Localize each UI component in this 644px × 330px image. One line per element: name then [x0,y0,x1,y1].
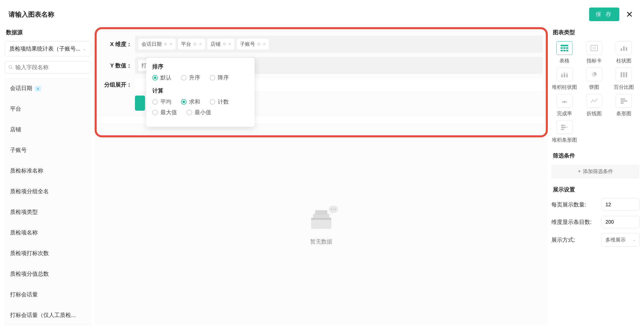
chevron-down-icon: ⌄ [632,237,636,242]
group-expand-label: 分组展开： [100,81,135,89]
svg-point-9 [335,209,336,210]
chart-type-percent[interactable]: 百分比图 [611,68,637,91]
field-item[interactable]: 质检项类型 [5,202,91,222]
svg-rect-37 [621,100,627,102]
sort-option-asc[interactable]: 升序 [181,74,200,81]
svg-rect-10 [561,45,568,46]
dimension-chip[interactable]: 平台⚙✕ [178,39,205,50]
datasource-select[interactable]: 质检项结果统计表（子账号... ⌄ [5,41,91,56]
chart-type-hbar[interactable]: 条形图 [611,94,637,117]
remove-chip-icon[interactable]: ✕ [263,42,266,47]
calc-option-min[interactable]: 最小值 [187,109,211,116]
dim-count-input[interactable] [602,216,639,228]
svg-rect-43 [561,129,563,130]
remove-chip-icon[interactable]: ✕ [199,42,202,47]
field-item[interactable]: 打标会话量（仅人工质检... [5,305,91,325]
svg-rect-23 [561,73,563,74]
svg-rect-40 [564,125,566,126]
pie-chart-icon [586,68,602,81]
field-search[interactable] [5,61,91,73]
chart-type-table[interactable]: 表格 [551,41,578,64]
chart-type-bar[interactable]: 柱状图 [611,41,637,64]
field-item[interactable]: 质检项名称 [5,222,91,243]
dimension-chip[interactable]: 会话日期⚙✕ [138,39,175,50]
calc-option-count[interactable]: 计数 [210,98,229,106]
gear-icon[interactable]: ⚙ [257,42,261,47]
display-settings-title: 展示设置 [551,186,639,193]
display-mode-label: 展示方式: [551,236,575,244]
svg-rect-27 [566,73,568,74]
field-item[interactable]: 质检标准名称 [5,160,91,181]
svg-rect-44 [563,129,565,130]
sort-radio-group: 默认 升序 降序 [152,74,248,81]
field-item[interactable]: 质检项分组全名 [5,181,91,202]
sort-option-default[interactable]: 默认 [152,74,171,81]
display-mode-select[interactable]: 多维展示 ⌄ [602,233,639,246]
gear-icon[interactable]: ⚙ [223,42,226,47]
svg-rect-14 [561,50,563,51]
x-dimension-row: X 维度： 会话日期⚙✕ 平台⚙✕ 店铺⚙✕ 子账号⚙✕ [100,36,543,53]
remove-chip-icon[interactable]: ✕ [228,42,231,47]
query-button[interactable] [135,96,145,111]
field-item[interactable]: 质检项分值总数 [5,264,91,284]
save-button[interactable]: 保 存 [589,8,619,21]
field-item[interactable]: 平台 [5,99,91,119]
per-page-row: 每页展示数量: [551,198,639,211]
field-item[interactable]: 质检项打标次数 [5,243,91,264]
per-page-input[interactable] [602,198,639,211]
chart-type-stacked-bar[interactable]: 堆积柱状图 [551,68,578,91]
chart-type-stacked-hbar[interactable]: 堆积条形图 [551,120,578,143]
dim-count-label: 维度显示条目数: [551,218,592,226]
chart-type-pie[interactable]: 饼图 [581,68,607,91]
chevron-down-icon: ⌄ [83,46,86,52]
field-item[interactable]: 会话日期x [5,78,91,99]
radio-icon [181,75,187,80]
svg-text:12: 12 [592,46,596,50]
display-settings: 每页展示数量: 维度显示条目数: 展示方式: 多维展示 ⌄ [551,198,639,246]
dim-count-row: 维度显示条目数: [551,216,639,228]
datasource-title: 数据源 [5,29,91,36]
svg-rect-21 [626,47,627,51]
svg-rect-36 [621,98,625,100]
header: 请输入图表名称 保 存 ✕ [0,0,644,29]
sidebar: 数据源 质检项结果统计表（子账号... ⌄ 会话日期x 平台 店铺 子账号 质检… [5,29,91,325]
calc-option-avg[interactable]: 平均 [152,98,171,106]
dimension-chip[interactable]: 店铺⚙✕ [207,39,234,50]
close-button[interactable]: ✕ [624,9,634,19]
dimension-chip[interactable]: 子账号⚙✕ [237,39,269,50]
radio-icon [187,110,192,115]
header-actions: 保 存 ✕ [589,8,634,21]
main-layout: 数据源 质检项结果统计表（子账号... ⌄ 会话日期x 平台 店铺 子账号 质检… [0,29,644,325]
table-icon [556,41,573,55]
remove-chip-icon[interactable]: ✕ [169,42,172,47]
svg-rect-20 [623,46,625,51]
x-dimension-chips[interactable]: 会话日期⚙✕ 平台⚙✕ 店铺⚙✕ 子账号⚙✕ [135,36,543,53]
gauge-icon [556,94,573,108]
field-item[interactable]: 打标会话量 [5,284,91,305]
svg-rect-22 [561,75,563,77]
dimension-tag: x [35,86,41,92]
svg-line-1 [12,68,13,69]
chart-type-line[interactable]: 折线图 [581,94,607,117]
radio-icon [152,99,158,105]
svg-rect-16 [566,50,568,51]
field-search-input[interactable] [15,64,87,71]
stacked-hbar-icon [556,120,573,134]
chart-type-indicator[interactable]: 12 指标卡 [581,41,607,64]
sort-option-desc[interactable]: 降序 [210,74,229,81]
svg-rect-12 [563,47,565,49]
svg-rect-11 [561,47,563,49]
field-item[interactable]: 子账号 [5,140,91,160]
svg-rect-4 [315,210,327,215]
svg-rect-34 [626,72,627,74]
indicator-icon: 12 [586,41,602,55]
empty-state-text: 暂无数据 [310,238,332,245]
field-item[interactable]: 店铺 [5,119,91,140]
svg-rect-25 [564,72,565,73]
gear-icon[interactable]: ⚙ [164,42,167,47]
gear-icon[interactable]: ⚙ [193,42,197,47]
calc-option-sum[interactable]: 求和 [181,98,200,106]
calc-option-max[interactable]: 最大值 [152,109,177,116]
chart-type-completion[interactable]: 完成率 [551,94,578,117]
add-filter-button[interactable]: + 添加筛选条件 [551,164,639,178]
